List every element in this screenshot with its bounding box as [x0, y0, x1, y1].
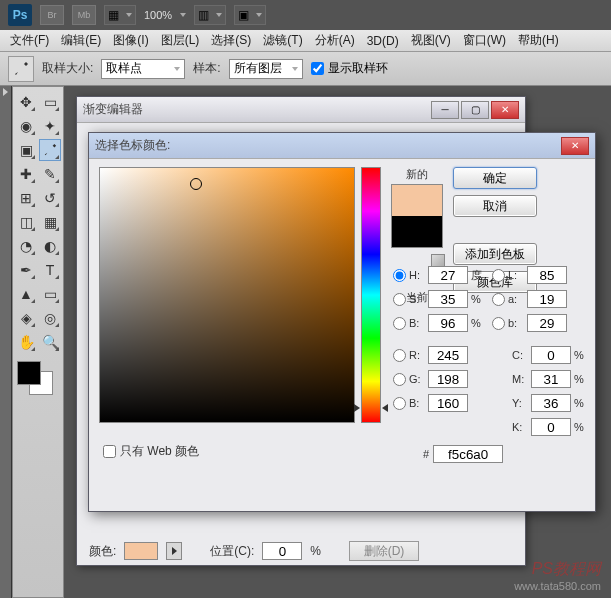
a-input[interactable]	[527, 290, 567, 308]
c-input[interactable]	[531, 346, 571, 364]
grad-pos-label: 位置(C):	[210, 543, 254, 560]
grad-pos-input[interactable]	[262, 542, 302, 560]
marquee-tool[interactable]: ▭	[39, 91, 61, 113]
radio-h[interactable]	[393, 269, 406, 282]
sample-combo[interactable]: 所有图层	[229, 59, 303, 79]
arrange-combo[interactable]: ▥	[194, 5, 226, 25]
sample-size-label: 取样大小:	[42, 60, 93, 77]
menu-layer[interactable]: 图层(L)	[155, 30, 206, 51]
menu-file[interactable]: 文件(F)	[4, 30, 55, 51]
menu-3d[interactable]: 3D(D)	[361, 32, 405, 50]
brush-tool[interactable]: ✎	[39, 163, 61, 185]
menu-bar: 文件(F) 编辑(E) 图像(I) 图层(L) 选择(S) 滤镜(T) 分析(A…	[0, 30, 611, 52]
foreground-color[interactable]	[17, 361, 41, 385]
radio-s[interactable]	[393, 293, 406, 306]
foreground-background-colors[interactable]	[15, 361, 61, 397]
menu-filter[interactable]: 滤镜(T)	[257, 30, 308, 51]
sample-label: 样本:	[193, 60, 220, 77]
color-values-section: H:度 L: S:% a: B:% b: R: C:% G: M:% B: Y:…	[393, 263, 611, 463]
eyedropper-tool[interactable]	[39, 139, 61, 161]
grad-pos-unit: %	[310, 544, 321, 558]
view-mode-combo[interactable]: ▦	[104, 5, 136, 25]
radio-b2[interactable]	[492, 317, 505, 330]
grad-delete-button[interactable]: 删除(D)	[349, 541, 419, 561]
web-only-checkbox[interactable]	[103, 445, 116, 458]
m-input[interactable]	[531, 370, 571, 388]
blur-tool[interactable]: ◔	[15, 235, 37, 257]
menu-edit[interactable]: 编辑(E)	[55, 30, 107, 51]
wand-tool[interactable]: ✦	[39, 115, 61, 137]
color-field-marker[interactable]	[190, 178, 202, 190]
color-picker-titlebar[interactable]: 选择色标颜色: ✕	[89, 133, 595, 159]
show-sampling-ring-checkbox[interactable]	[311, 62, 324, 75]
zoom-tool[interactable]: 🔍	[39, 331, 61, 353]
radio-r[interactable]	[393, 349, 406, 362]
menu-analysis[interactable]: 分析(A)	[309, 30, 361, 51]
bridge-button[interactable]: Br	[40, 5, 64, 25]
hex-label: #	[423, 448, 429, 460]
color-field[interactable]	[99, 167, 355, 423]
crop-tool[interactable]: ▣	[15, 139, 37, 161]
lasso-tool[interactable]: ◉	[15, 115, 37, 137]
history-brush-tool[interactable]: ↺	[39, 187, 61, 209]
gradient-editor-title: 渐变编辑器	[83, 101, 431, 118]
hand-tool[interactable]: ✋	[15, 331, 37, 353]
grad-color-label: 颜色:	[89, 543, 116, 560]
h-input[interactable]	[428, 266, 468, 284]
add-swatch-button[interactable]: 添加到色板	[453, 243, 537, 265]
y-input[interactable]	[531, 394, 571, 412]
screen-mode-combo[interactable]: ▣	[234, 5, 266, 25]
g-input[interactable]	[428, 370, 468, 388]
grad-color-swatch[interactable]	[124, 542, 158, 560]
shape-tool[interactable]: ▭	[39, 283, 61, 305]
bv-input[interactable]	[428, 314, 468, 332]
gradient-tool[interactable]: ▦	[39, 211, 61, 233]
minibridge-button[interactable]: Mb	[72, 5, 96, 25]
panel-collapse-strip[interactable]	[0, 86, 12, 598]
hue-slider[interactable]	[361, 167, 381, 423]
3d-tool[interactable]: ◈	[15, 307, 37, 329]
radio-l[interactable]	[492, 269, 505, 282]
menu-window[interactable]: 窗口(W)	[457, 30, 512, 51]
l-input[interactable]	[527, 266, 567, 284]
maximize-button[interactable]: ▢	[461, 101, 489, 119]
stamp-tool[interactable]: ⊞	[15, 187, 37, 209]
sample-size-combo[interactable]: 取样点	[101, 59, 185, 79]
app-header: Ps Br Mb ▦ 100% ▥ ▣	[0, 0, 611, 30]
menu-view[interactable]: 视图(V)	[405, 30, 457, 51]
grad-color-picker-button[interactable]	[166, 542, 182, 560]
radio-bb[interactable]	[393, 397, 406, 410]
menu-image[interactable]: 图像(I)	[107, 30, 154, 51]
hex-input[interactable]	[433, 445, 503, 463]
preview-current-color[interactable]	[392, 216, 442, 247]
ok-button[interactable]: 确定	[453, 167, 537, 189]
bb-input[interactable]	[428, 394, 468, 412]
web-only-label: 只有 Web 颜色	[120, 443, 199, 460]
3d-camera-tool[interactable]: ◎	[39, 307, 61, 329]
menu-select[interactable]: 选择(S)	[205, 30, 257, 51]
k-input[interactable]	[531, 418, 571, 436]
options-bar: 取样大小: 取样点 样本: 所有图层 显示取样环	[0, 52, 611, 86]
path-select-tool[interactable]: ▲	[15, 283, 37, 305]
minimize-button[interactable]: ─	[431, 101, 459, 119]
b2-input[interactable]	[527, 314, 567, 332]
gradient-editor-titlebar[interactable]: 渐变编辑器 ─ ▢ ✕	[77, 97, 525, 123]
type-tool[interactable]: T	[39, 259, 61, 281]
radio-b[interactable]	[393, 317, 406, 330]
r-input[interactable]	[428, 346, 468, 364]
menu-help[interactable]: 帮助(H)	[512, 30, 565, 51]
s-input[interactable]	[428, 290, 468, 308]
cp-close-button[interactable]: ✕	[561, 137, 589, 155]
eraser-tool[interactable]: ◫	[15, 211, 37, 233]
close-button[interactable]: ✕	[491, 101, 519, 119]
dodge-tool[interactable]: ◐	[39, 235, 61, 257]
cancel-button[interactable]: 取消	[453, 195, 537, 217]
radio-g[interactable]	[393, 373, 406, 386]
radio-a[interactable]	[492, 293, 505, 306]
pen-tool[interactable]: ✒	[15, 259, 37, 281]
heal-tool[interactable]: ✚	[15, 163, 37, 185]
zoom-level[interactable]: 100%	[144, 9, 172, 21]
eyedropper-tool-icon[interactable]	[8, 56, 34, 82]
move-tool[interactable]: ✥	[15, 91, 37, 113]
color-picker-window: 选择色标颜色: ✕ 新的 当前 确定 取消 添加到色板 颜	[88, 132, 596, 512]
